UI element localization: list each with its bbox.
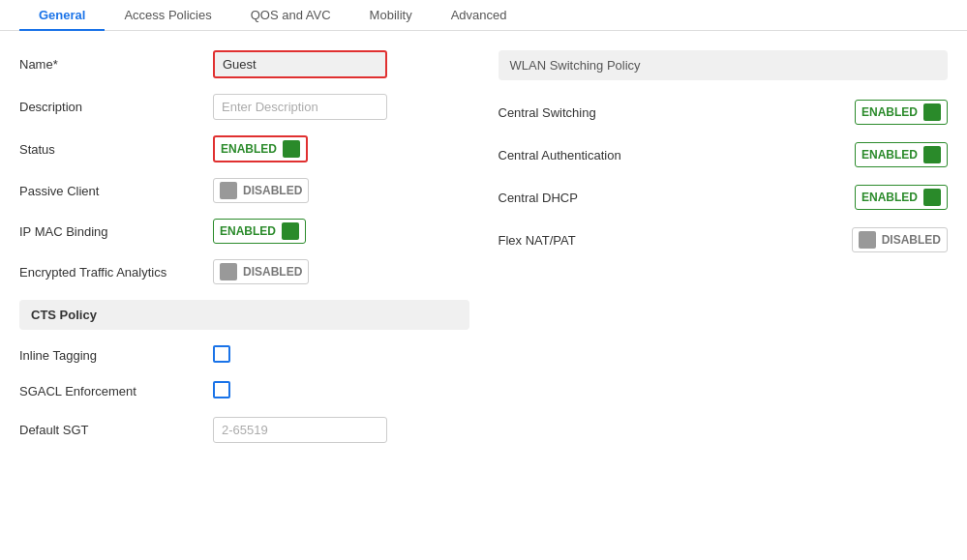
inline-tagging-label: Inline Tagging <box>19 348 213 363</box>
passive-client-label: Passive Client <box>19 184 213 198</box>
inline-tagging-checkbox[interactable] <box>213 345 230 363</box>
name-field-row: Name* <box>19 50 469 78</box>
ip-mac-binding-label: IP MAC Binding <box>19 224 213 239</box>
default-sgt-input[interactable] <box>213 417 387 443</box>
flex-nat-pat-indicator <box>859 231 876 249</box>
central-dhcp-text: ENABLED <box>861 191 918 204</box>
default-sgt-label: Default SGT <box>19 423 213 437</box>
status-toggle-indicator <box>283 140 300 158</box>
central-dhcp-indicator <box>923 189 941 206</box>
central-switching-toggle[interactable]: ENABLED <box>855 100 948 125</box>
central-switching-text: ENABLED <box>861 105 918 119</box>
central-switching-row: Central Switching ENABLED <box>499 100 949 125</box>
ip-mac-binding-indicator <box>282 222 299 240</box>
status-field-row: Status ENABLED <box>19 135 469 162</box>
ip-mac-binding-text: ENABLED <box>220 224 276 238</box>
central-dhcp-control: ENABLED <box>855 185 948 210</box>
description-input[interactable] <box>213 94 387 120</box>
right-column: WLAN Switching Policy Central Switching … <box>499 50 949 458</box>
name-label: Name* <box>19 57 213 72</box>
central-dhcp-toggle[interactable]: ENABLED <box>855 185 948 210</box>
sgacl-enforcement-label: SGACL Enforcement <box>19 384 213 398</box>
name-input[interactable] <box>213 50 387 78</box>
passive-client-field-row: Passive Client DISABLED <box>19 178 469 203</box>
passive-client-toggle-wrapper: DISABLED <box>213 178 469 203</box>
central-authentication-label: Central Authentication <box>499 148 855 162</box>
ip-mac-binding-toggle-wrapper: ENABLED <box>213 219 469 244</box>
status-toggle-wrapper: ENABLED <box>213 135 469 162</box>
tab-general[interactable]: General <box>19 0 105 30</box>
central-authentication-indicator <box>923 146 941 163</box>
ip-mac-binding-field-row: IP MAC Binding ENABLED <box>19 219 469 244</box>
encrypted-traffic-indicator <box>220 263 237 280</box>
passive-client-indicator <box>220 182 237 199</box>
encrypted-traffic-text: DISABLED <box>243 265 302 279</box>
passive-client-text: DISABLED <box>243 184 302 197</box>
sgacl-enforcement-checkbox-wrapper <box>213 381 469 401</box>
sgacl-enforcement-row: SGACL Enforcement <box>19 381 469 401</box>
passive-client-toggle[interactable]: DISABLED <box>213 178 309 203</box>
central-authentication-toggle[interactable]: ENABLED <box>855 142 948 167</box>
status-toggle-text: ENABLED <box>221 142 277 156</box>
left-column: Name* Description Status ENABLED <box>19 50 469 458</box>
description-input-wrapper <box>213 94 469 120</box>
central-switching-label: Central Switching <box>499 105 855 120</box>
tab-mobility[interactable]: Mobility <box>350 0 432 30</box>
central-dhcp-label: Central DHCP <box>499 191 855 205</box>
sgacl-enforcement-checkbox[interactable] <box>213 381 230 398</box>
default-sgt-row: Default SGT <box>19 417 469 443</box>
central-authentication-row: Central Authentication ENABLED <box>499 142 949 167</box>
central-dhcp-row: Central DHCP ENABLED <box>499 185 949 210</box>
encrypted-traffic-field-row: Encrypted Traffic Analytics DISABLED <box>19 259 469 284</box>
central-authentication-text: ENABLED <box>861 148 918 162</box>
encrypted-traffic-toggle-wrapper: DISABLED <box>213 259 469 284</box>
name-input-wrapper <box>213 50 469 78</box>
flex-nat-pat-toggle[interactable]: DISABLED <box>852 227 948 252</box>
inline-tagging-row: Inline Tagging <box>19 345 469 366</box>
central-switching-control: ENABLED <box>855 100 948 125</box>
description-label: Description <box>19 100 213 114</box>
cts-policy-header: CTS Policy <box>19 300 469 330</box>
tab-bar: General Access Policies QOS and AVC Mobi… <box>0 0 967 31</box>
description-field-row: Description <box>19 94 469 120</box>
flex-nat-pat-label: Flex NAT/PAT <box>499 233 852 248</box>
status-label: Status <box>19 142 213 157</box>
ip-mac-binding-toggle[interactable]: ENABLED <box>213 219 306 244</box>
flex-nat-pat-row: Flex NAT/PAT DISABLED <box>499 227 949 252</box>
tab-advanced[interactable]: Advanced <box>432 0 527 30</box>
central-authentication-control: ENABLED <box>855 142 948 167</box>
tab-access-policies[interactable]: Access Policies <box>105 0 230 30</box>
central-switching-indicator <box>923 103 941 121</box>
tab-qos-avc[interactable]: QOS and AVC <box>231 0 350 30</box>
encrypted-traffic-toggle[interactable]: DISABLED <box>213 259 309 284</box>
encrypted-traffic-label: Encrypted Traffic Analytics <box>19 265 213 280</box>
main-content: Name* Description Status ENABLED <box>0 31 967 478</box>
flex-nat-pat-control: DISABLED <box>852 227 948 252</box>
status-toggle[interactable]: ENABLED <box>213 135 308 162</box>
default-sgt-input-wrapper <box>213 417 469 443</box>
flex-nat-pat-text: DISABLED <box>882 233 941 247</box>
inline-tagging-checkbox-wrapper <box>213 345 469 366</box>
wlan-switching-policy-header: WLAN Switching Policy <box>499 50 949 80</box>
